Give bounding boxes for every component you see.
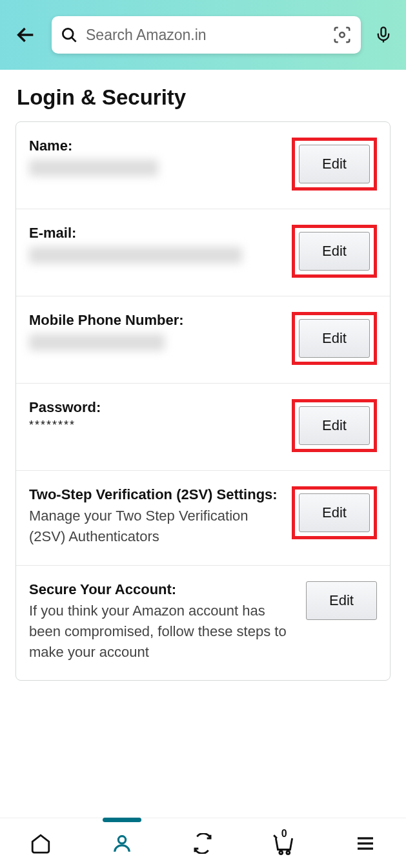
- edit-phone-button[interactable]: Edit: [299, 319, 370, 358]
- svg-point-1: [63, 28, 73, 39]
- nav-account[interactable]: [107, 828, 137, 859]
- active-tab-indicator: [103, 818, 141, 822]
- setting-row-phone: Mobile Phone Number: Edit: [16, 296, 390, 384]
- svg-point-3: [340, 32, 345, 37]
- setting-row-secure-account: Secure Your Account: If you think your A…: [16, 566, 390, 681]
- edit-password-button[interactable]: Edit: [299, 406, 370, 445]
- nav-cart[interactable]: 0: [269, 828, 299, 859]
- name-value-redacted: [29, 160, 158, 176]
- nav-refresh[interactable]: [187, 828, 218, 859]
- arrow-left-icon: [15, 24, 37, 46]
- password-mask: ********: [29, 418, 284, 432]
- highlight-annotation: Edit: [292, 225, 377, 278]
- name-label: Name:: [29, 138, 284, 154]
- settings-card: Name: Edit E-mail: Edit Mobile P: [15, 121, 391, 681]
- nav-home[interactable]: [25, 828, 56, 859]
- svg-point-8: [287, 851, 290, 854]
- two-step-label: Two-Step Verification (2SV) Settings:: [29, 486, 284, 503]
- svg-point-7: [279, 851, 283, 854]
- app-header: [0, 0, 406, 70]
- setting-row-password: Password: ******** Edit: [16, 384, 390, 471]
- two-step-description: Manage your Two Step Verification (2SV) …: [29, 506, 284, 547]
- phone-label: Mobile Phone Number:: [29, 312, 284, 329]
- content-area: Login & Security Name: Edit E-mail: Edit: [0, 70, 406, 818]
- svg-rect-4: [381, 27, 386, 36]
- edit-name-button[interactable]: Edit: [299, 145, 370, 183]
- svg-point-6: [118, 836, 125, 843]
- setting-row-name: Name: Edit: [16, 122, 390, 209]
- setting-row-email: E-mail: Edit: [16, 209, 390, 296]
- highlight-annotation: Edit: [292, 486, 377, 539]
- home-icon: [30, 832, 52, 854]
- svg-line-2: [72, 37, 76, 41]
- highlight-annotation: Edit: [292, 399, 377, 452]
- search-input[interactable]: [86, 26, 325, 44]
- email-value-redacted: [29, 247, 242, 264]
- search-bar[interactable]: [52, 16, 361, 54]
- edit-secure-account-button[interactable]: Edit: [306, 581, 377, 620]
- setting-row-two-step: Two-Step Verification (2SV) Settings: Ma…: [16, 471, 390, 566]
- edit-two-step-button[interactable]: Edit: [299, 493, 370, 532]
- phone-value-redacted: [29, 334, 165, 351]
- highlight-annotation: Edit: [292, 312, 377, 365]
- hamburger-menu-icon: [355, 833, 376, 854]
- search-icon: [61, 26, 78, 44]
- voice-search-button[interactable]: [372, 24, 394, 46]
- secure-account-description: If you think your Amazon account has bee…: [29, 601, 298, 663]
- edit-email-button[interactable]: Edit: [299, 232, 370, 271]
- password-label: Password:: [29, 399, 284, 416]
- camera-scan-icon[interactable]: [332, 25, 352, 45]
- nav-menu[interactable]: [350, 828, 381, 859]
- refresh-icon: [192, 833, 213, 854]
- microphone-icon: [374, 26, 392, 44]
- secure-account-label: Secure Your Account:: [29, 581, 298, 598]
- back-button[interactable]: [12, 21, 40, 49]
- email-label: E-mail:: [29, 225, 284, 242]
- person-icon: [111, 832, 133, 854]
- bottom-nav: 0: [0, 818, 406, 868]
- page-title: Login & Security: [0, 70, 406, 121]
- cart-count-badge: 0: [281, 828, 287, 840]
- highlight-annotation: Edit: [292, 138, 377, 191]
